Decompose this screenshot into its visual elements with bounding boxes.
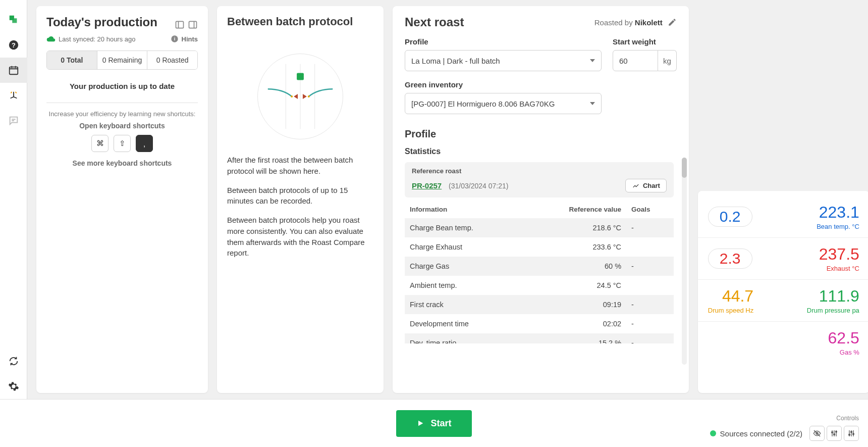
svg-point-29 xyxy=(853,433,854,435)
controls-label: Controls xyxy=(836,415,859,422)
todays-production-title: Today's production xyxy=(46,15,157,29)
chart-button[interactable]: Chart xyxy=(625,179,667,192)
roasted-by: Roasted by Nikolett xyxy=(594,18,663,27)
scrollbar[interactable] xyxy=(682,158,687,365)
layout-right-icon[interactable] xyxy=(188,20,198,30)
svg-point-23 xyxy=(836,431,837,432)
chat-icon[interactable] xyxy=(0,108,27,133)
shortcut-keys: ⌘ ⇧ , xyxy=(46,135,198,152)
reference-roast-date: (31/03/2024 07:21) xyxy=(449,182,508,190)
svg-rect-1 xyxy=(12,18,17,23)
svg-rect-4 xyxy=(9,67,18,75)
cloud-sync-icon xyxy=(46,34,56,43)
sync-icon[interactable] xyxy=(0,349,27,374)
start-weight-unit: kg xyxy=(658,50,677,71)
start-button[interactable]: Start xyxy=(396,410,472,437)
col-goals: Goals xyxy=(626,201,674,218)
production-tabs: 0 Total 0 Remaining 0 Roasted xyxy=(46,51,198,70)
between-text-2: Between batch protocols of up to 15 minu… xyxy=(227,185,373,207)
icon-rail: ? xyxy=(0,0,27,399)
start-weight-input[interactable]: 60 xyxy=(613,50,658,71)
next-roast-panel: Next roast Roasted by Nikolett Profile L… xyxy=(393,6,689,393)
sliders-alt-icon[interactable] xyxy=(844,426,859,441)
sources-status: Sources connected (2/2) xyxy=(710,429,802,438)
table-row: Development time02:02- xyxy=(405,314,674,333)
metric-gas: 62.5 Gas % xyxy=(698,322,868,363)
calendar-icon[interactable] xyxy=(0,58,27,83)
between-batch-illustration xyxy=(257,54,343,139)
table-row: Charge Gas60 %- xyxy=(405,257,674,276)
logo-icon[interactable] xyxy=(0,7,27,32)
svg-point-28 xyxy=(851,431,852,433)
metric-exhaust: 2.3 237.5 Exhaust °C xyxy=(698,238,868,280)
tab-remaining[interactable]: 0 Remaining xyxy=(97,51,148,69)
divider xyxy=(46,103,198,103)
key-comma: , xyxy=(136,135,153,152)
statistics-title: Statistics xyxy=(405,147,674,156)
profile-select[interactable]: La Loma | Dark - full batch xyxy=(405,50,602,71)
metrics-panel: 0.2 223.1 Bean temp. °C 2.3 237.5 Exhaus… xyxy=(698,191,868,393)
svg-text:i: i xyxy=(174,36,175,41)
hints-button[interactable]: i Hints xyxy=(171,35,198,43)
production-status: Your production is up to date xyxy=(46,82,198,90)
table-row: Charge Bean temp.218.6 °C- xyxy=(405,218,674,237)
svg-point-22 xyxy=(834,434,835,435)
chevron-down-icon xyxy=(590,102,595,105)
between-batch-panel: Between batch protocol After the first r… xyxy=(217,6,384,393)
svg-text:?: ? xyxy=(12,41,16,49)
metric-bean-temp: 0.2 223.1 Bean temp. °C xyxy=(698,196,868,238)
between-text-3: Between batch protocols help you roast m… xyxy=(227,215,373,259)
edit-roaster-icon[interactable] xyxy=(668,18,677,27)
metric-drum: 44.7 Drum speed Hz 111.9 Drum pressure p… xyxy=(698,280,868,322)
green-inventory-select[interactable]: [PG-0007] El Hormiguero 8.006 BAG70KG xyxy=(405,93,602,114)
svg-point-21 xyxy=(832,432,833,433)
svg-rect-5 xyxy=(176,21,184,28)
see-more-shortcuts-link[interactable]: See more keyboard shortcuts xyxy=(46,159,198,167)
shortcut-title: Open keyboard shortcuts xyxy=(46,122,198,130)
statistics-table: Information Reference value Goals Charge… xyxy=(405,201,674,343)
alert-icon[interactable] xyxy=(0,83,27,108)
key-shift: ⇧ xyxy=(114,135,131,152)
sliders-icon[interactable] xyxy=(827,426,842,441)
profile-field-label: Profile xyxy=(405,37,602,46)
layout-left-icon[interactable] xyxy=(175,20,185,30)
svg-rect-15 xyxy=(297,73,304,80)
green-inventory-label: Green inventory xyxy=(405,80,677,89)
eye-off-icon[interactable] xyxy=(809,426,825,441)
table-row: Dev. time ratio15.2 %- xyxy=(405,333,674,343)
reference-roast-label: Reference roast xyxy=(412,167,667,175)
reference-roast-link[interactable]: PR-0257 xyxy=(412,181,442,190)
svg-point-14 xyxy=(308,95,310,97)
between-text-1: After the first roast the between batch … xyxy=(227,155,373,177)
table-row: Ambient temp.24.5 °C xyxy=(405,276,674,295)
table-row: Charge Exhaust233.6 °C xyxy=(405,237,674,257)
col-reference: Reference value xyxy=(525,201,626,218)
start-weight-label: Start weight xyxy=(613,37,677,46)
svg-point-13 xyxy=(291,95,293,97)
last-synced-text: Last synced: 20 hours ago xyxy=(59,35,136,43)
help-icon[interactable]: ? xyxy=(0,32,27,58)
table-row: First crack09:19- xyxy=(405,295,674,314)
reference-roast-block: Reference roast PR-0257 (31/03/2024 07:2… xyxy=(405,162,674,197)
todays-production-panel: Today's production Last synced: 20 hours… xyxy=(36,6,208,393)
tab-roasted[interactable]: 0 Roasted xyxy=(147,51,197,69)
col-information: Information xyxy=(405,201,525,218)
next-roast-title: Next roast xyxy=(405,15,464,29)
tab-total[interactable]: 0 Total xyxy=(47,51,97,69)
settings-icon[interactable] xyxy=(0,374,27,399)
between-batch-title: Between batch protocol xyxy=(227,15,373,28)
info-icon: i xyxy=(171,35,179,43)
footer: Start Controls Sources connected (2/2) xyxy=(0,399,868,447)
efficiency-hint: Increase your efficiency by learning new… xyxy=(46,110,198,118)
svg-point-27 xyxy=(849,434,850,435)
status-dot-icon xyxy=(710,430,716,436)
chevron-down-icon xyxy=(590,59,595,62)
key-cmd: ⌘ xyxy=(91,135,108,152)
profile-section-title: Profile xyxy=(405,128,674,140)
svg-rect-6 xyxy=(189,21,197,28)
